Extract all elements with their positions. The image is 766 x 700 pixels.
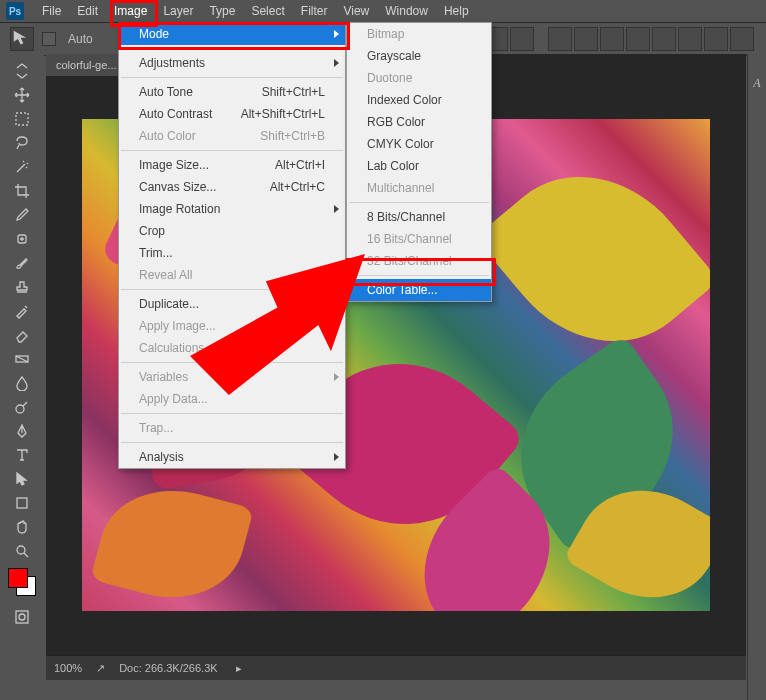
move-tool[interactable] bbox=[9, 84, 35, 106]
svg-point-3 bbox=[16, 405, 24, 413]
shape-tool[interactable] bbox=[9, 492, 35, 514]
separator bbox=[121, 289, 343, 290]
gradient-tool[interactable] bbox=[9, 348, 35, 370]
menu-item-image-size[interactable]: Image Size...Alt+Ctrl+I bbox=[119, 154, 345, 176]
distribute-icon[interactable] bbox=[626, 27, 650, 51]
align-icon[interactable] bbox=[510, 27, 534, 51]
separator bbox=[121, 150, 343, 151]
menubar: Ps File Edit Image Layer Type Select Fil… bbox=[0, 0, 766, 23]
menu-item-trap[interactable]: Trap... bbox=[119, 417, 345, 439]
marquee-tool[interactable] bbox=[9, 108, 35, 130]
menu-image[interactable]: Image bbox=[106, 0, 155, 22]
separator bbox=[121, 48, 343, 49]
doc-info: Doc: 266.3K/266.3K bbox=[119, 662, 217, 674]
svg-rect-0 bbox=[16, 113, 28, 125]
menu-item-duplicate[interactable]: Duplicate... bbox=[119, 293, 345, 315]
menu-item-auto-color[interactable]: Auto ColorShift+Ctrl+B bbox=[119, 125, 345, 147]
menu-item-duotone[interactable]: Duotone bbox=[347, 67, 491, 89]
character-panel-icon[interactable]: A bbox=[749, 76, 765, 92]
menu-item-auto-contrast[interactable]: Auto ContrastAlt+Shift+Ctrl+L bbox=[119, 103, 345, 125]
type-tool[interactable] bbox=[9, 444, 35, 466]
menu-item-8bit[interactable]: 8 Bits/Channel bbox=[347, 206, 491, 228]
menu-file[interactable]: File bbox=[34, 0, 69, 22]
menu-item-16bit[interactable]: 16 Bits/Channel bbox=[347, 228, 491, 250]
menu-layer[interactable]: Layer bbox=[155, 0, 201, 22]
menu-item-32bit[interactable]: 32 Bits/Channel bbox=[347, 250, 491, 272]
menu-item-multichannel[interactable]: Multichannel bbox=[347, 177, 491, 199]
chevron-right-icon[interactable]: ▸ bbox=[236, 662, 242, 675]
distribute-icon[interactable] bbox=[730, 27, 754, 51]
menu-item-variables[interactable]: Variables bbox=[119, 366, 345, 388]
svg-rect-4 bbox=[17, 498, 27, 508]
svg-rect-6 bbox=[16, 611, 28, 623]
blur-tool[interactable] bbox=[9, 372, 35, 394]
menu-edit[interactable]: Edit bbox=[69, 0, 106, 22]
menu-window[interactable]: Window bbox=[377, 0, 436, 22]
auto-select-label: Auto bbox=[68, 32, 93, 46]
eyedropper-tool[interactable] bbox=[9, 204, 35, 226]
menu-item-adjustments[interactable]: Adjustments bbox=[119, 52, 345, 74]
submenu-arrow-icon bbox=[334, 59, 339, 67]
menu-view[interactable]: View bbox=[335, 0, 377, 22]
menu-item-lab[interactable]: Lab Color bbox=[347, 155, 491, 177]
menu-item-image-rotation[interactable]: Image Rotation bbox=[119, 198, 345, 220]
mode-submenu: Bitmap Grayscale Duotone Indexed Color R… bbox=[346, 22, 492, 302]
menu-item-canvas-size[interactable]: Canvas Size...Alt+Ctrl+C bbox=[119, 176, 345, 198]
double-arrow-icon[interactable] bbox=[9, 60, 35, 82]
separator bbox=[121, 413, 343, 414]
distribute-icon[interactable] bbox=[574, 27, 598, 51]
menu-item-bitmap[interactable]: Bitmap bbox=[347, 23, 491, 45]
menu-item-crop[interactable]: Crop bbox=[119, 220, 345, 242]
healing-tool[interactable] bbox=[9, 228, 35, 250]
menu-item-indexed[interactable]: Indexed Color bbox=[347, 89, 491, 111]
menu-type[interactable]: Type bbox=[201, 0, 243, 22]
menu-select[interactable]: Select bbox=[243, 0, 292, 22]
wand-tool[interactable] bbox=[9, 156, 35, 178]
distribute-icon[interactable] bbox=[652, 27, 676, 51]
menu-item-apply-image[interactable]: Apply Image... bbox=[119, 315, 345, 337]
menu-help[interactable]: Help bbox=[436, 0, 477, 22]
move-tool-icon[interactable] bbox=[10, 27, 34, 51]
status-bar: 100% ↗ Doc: 266.3K/266.3K ▸ bbox=[46, 655, 746, 680]
hand-tool[interactable] bbox=[9, 516, 35, 538]
pen-tool[interactable] bbox=[9, 420, 35, 442]
quickmask-toggle[interactable] bbox=[9, 606, 35, 628]
history-brush-tool[interactable] bbox=[9, 300, 35, 322]
right-panel-collapsed[interactable]: A bbox=[747, 54, 766, 700]
menu-item-rgb[interactable]: RGB Color bbox=[347, 111, 491, 133]
auto-select-checkbox[interactable] bbox=[42, 32, 56, 46]
separator bbox=[349, 202, 489, 203]
distribute-icon[interactable] bbox=[678, 27, 702, 51]
menu-item-calculations[interactable]: Calculations... bbox=[119, 337, 345, 359]
distribute-icon[interactable] bbox=[548, 27, 572, 51]
path-select-tool[interactable] bbox=[9, 468, 35, 490]
distribute-icon[interactable] bbox=[704, 27, 728, 51]
color-swatches[interactable] bbox=[8, 568, 36, 596]
zoom-tool[interactable] bbox=[9, 540, 35, 562]
eraser-tool[interactable] bbox=[9, 324, 35, 346]
menu-item-color-table[interactable]: Color Table... bbox=[347, 279, 491, 301]
menu-filter[interactable]: Filter bbox=[293, 0, 336, 22]
foreground-color-swatch[interactable] bbox=[8, 568, 28, 588]
submenu-arrow-icon bbox=[334, 453, 339, 461]
separator bbox=[121, 77, 343, 78]
menu-item-auto-tone[interactable]: Auto ToneShift+Ctrl+L bbox=[119, 81, 345, 103]
share-icon[interactable]: ↗ bbox=[96, 662, 105, 675]
zoom-level[interactable]: 100% bbox=[54, 662, 82, 674]
menu-item-cmyk[interactable]: CMYK Color bbox=[347, 133, 491, 155]
lasso-tool[interactable] bbox=[9, 132, 35, 154]
menu-item-analysis[interactable]: Analysis bbox=[119, 446, 345, 468]
dodge-tool[interactable] bbox=[9, 396, 35, 418]
stamp-tool[interactable] bbox=[9, 276, 35, 298]
crop-tool[interactable] bbox=[9, 180, 35, 202]
separator bbox=[121, 362, 343, 363]
distribute-icon[interactable] bbox=[600, 27, 624, 51]
menu-item-apply-data[interactable]: Apply Data... bbox=[119, 388, 345, 410]
menu-item-trim[interactable]: Trim... bbox=[119, 242, 345, 264]
menu-item-reveal-all[interactable]: Reveal All bbox=[119, 264, 345, 286]
menu-item-mode[interactable]: Mode bbox=[119, 23, 345, 45]
brush-tool[interactable] bbox=[9, 252, 35, 274]
separator bbox=[349, 275, 489, 276]
menu-item-grayscale[interactable]: Grayscale bbox=[347, 45, 491, 67]
tools-panel bbox=[0, 54, 44, 700]
